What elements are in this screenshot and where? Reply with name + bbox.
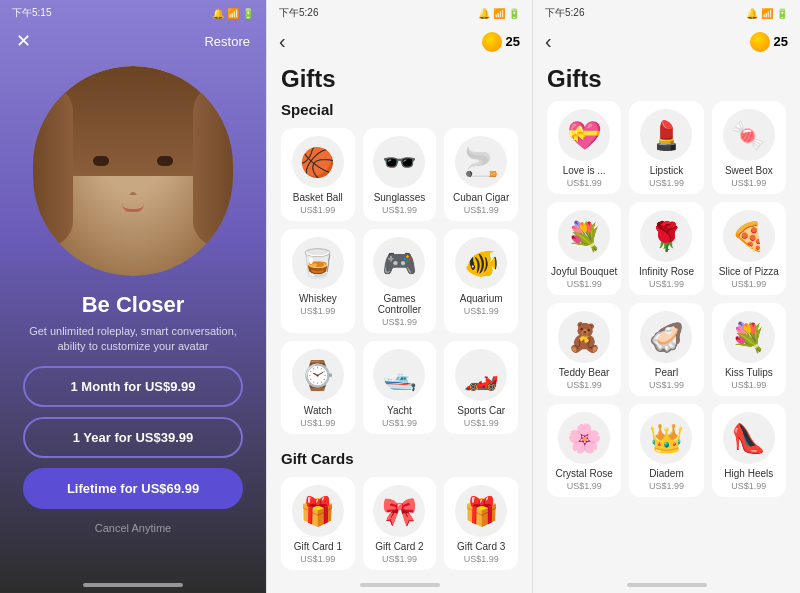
gift-icon: 🍕: [723, 210, 775, 262]
avatar: [33, 66, 233, 276]
gifts-scroll-3[interactable]: 💝 Love is ... US$1.99 💄 Lipstick US$1.99…: [533, 101, 800, 577]
gift-icon: 🏎️: [455, 349, 507, 401]
gift-item[interactable]: 🧸 Teddy Bear US$1.99: [547, 303, 621, 396]
gift-item[interactable]: 🏀 Basket Ball US$1.99: [281, 128, 355, 221]
gift-price: US$1.99: [649, 279, 684, 289]
gift-price: US$1.99: [464, 306, 499, 316]
gift-item[interactable]: 🐠 Aquarium US$1.99: [444, 229, 518, 333]
gift-item[interactable]: 👠 High Heels US$1.99: [712, 404, 786, 497]
gift-name: High Heels: [724, 468, 773, 479]
gift-name: Sports Car: [457, 405, 505, 416]
giftcard-icon: 🎀: [373, 485, 425, 537]
gifts-nav-3: ‹ 25: [533, 26, 800, 61]
gift-price: US$1.99: [464, 418, 499, 428]
gift-price: US$1.99: [567, 279, 602, 289]
coin-count-3: 25: [774, 34, 788, 49]
status-icons-2: 🔔 📶 🔋: [478, 8, 520, 19]
gift-item[interactable]: 🎮 Games Controller US$1.99: [363, 229, 437, 333]
gift-price: US$1.99: [731, 380, 766, 390]
gift-price: US$1.99: [382, 205, 417, 215]
gift-price: US$1.99: [567, 481, 602, 491]
restore-button[interactable]: Restore: [204, 34, 250, 49]
home-bar-1: [83, 583, 183, 587]
gift-item[interactable]: 🥃 Whiskey US$1.99: [281, 229, 355, 333]
gift-item[interactable]: ⌚ Watch US$1.99: [281, 341, 355, 434]
gift-item[interactable]: 🌸 Crystal Rose US$1.99: [547, 404, 621, 497]
panel-subscription: 下午5:15 🔔 📶 🔋 ✕ Restore Be Closer Get unl…: [0, 0, 266, 593]
close-button[interactable]: ✕: [16, 30, 31, 52]
gift-price: US$1.99: [300, 205, 335, 215]
giftcard-item[interactable]: 🎀 Gift Card 2 US$1.99: [363, 477, 437, 570]
subscription-subtitle: Get unlimited roleplay, smart conversati…: [0, 318, 266, 361]
status-icons-3: 🔔 📶 🔋: [746, 8, 788, 19]
cancel-anytime-label: Cancel Anytime: [95, 522, 171, 534]
back-button-3[interactable]: ‹: [545, 30, 552, 53]
gift-price: US$1.99: [567, 178, 602, 188]
gift-price: US$1.99: [464, 205, 499, 215]
gift-item[interactable]: 💐 Kiss Tulips US$1.99: [712, 303, 786, 396]
status-icons-1: 🔔 📶 🔋: [212, 8, 254, 19]
gift-icon: 👠: [723, 412, 775, 464]
status-bar-3: 下午5:26 🔔 📶 🔋: [533, 0, 800, 26]
gift-item[interactable]: 🌹 Infinity Rose US$1.99: [629, 202, 703, 295]
gift-price: US$1.99: [649, 481, 684, 491]
gift-price: US$1.99: [382, 418, 417, 428]
gift-name: Whiskey: [299, 293, 337, 304]
gift-item[interactable]: 🕶️ Sunglasses US$1.99: [363, 128, 437, 221]
gift-item[interactable]: 🚬 Cuban Cigar US$1.99: [444, 128, 518, 221]
gift-icon: 🦪: [640, 311, 692, 363]
back-button-2[interactable]: ‹: [279, 30, 286, 53]
gift-icon: 💐: [558, 210, 610, 262]
gift-price: US$1.99: [649, 380, 684, 390]
gift-price: US$1.99: [731, 481, 766, 491]
gift-item[interactable]: 🏎️ Sports Car US$1.99: [444, 341, 518, 434]
gift-item[interactable]: 💐 Joyful Bouquet US$1.99: [547, 202, 621, 295]
gift-item[interactable]: 💝 Love is ... US$1.99: [547, 101, 621, 194]
gift-item[interactable]: 🦪 Pearl US$1.99: [629, 303, 703, 396]
plan-year-button[interactable]: 1 Year for US$39.99: [23, 417, 243, 458]
gift-name: Diadem: [649, 468, 683, 479]
gift-price: US$1.99: [649, 178, 684, 188]
section-giftcards-label: Gift Cards: [281, 450, 518, 467]
gift-name: Slice of Pizza: [719, 266, 779, 277]
gifts-nav-2: ‹ 25: [267, 26, 532, 61]
avatar-nose: [129, 181, 137, 195]
gift-price: US$1.99: [567, 380, 602, 390]
gift-item[interactable]: 💄 Lipstick US$1.99: [629, 101, 703, 194]
status-bar-2: 下午5:26 🔔 📶 🔋: [267, 0, 532, 26]
gift-icon: 🧸: [558, 311, 610, 363]
gift-name: Watch: [304, 405, 332, 416]
status-time-1: 下午5:15: [12, 6, 51, 20]
gift-icon: 🛥️: [373, 349, 425, 401]
panel-gifts-list: 下午5:26 🔔 📶 🔋 ‹ 25 Gifts Special 🏀 Basket…: [266, 0, 533, 593]
avatar-face: [33, 66, 233, 276]
gift-name: Teddy Bear: [559, 367, 610, 378]
plan-lifetime-button[interactable]: Lifetime for US$69.99: [23, 468, 243, 509]
page-title-2: Gifts: [267, 61, 532, 101]
gift-price: US$1.99: [731, 279, 766, 289]
gift-price: US$1.99: [300, 306, 335, 316]
gift-icon: 💝: [558, 109, 610, 161]
avatar-eye-left: [93, 156, 109, 166]
gift-item[interactable]: 🛥️ Yacht US$1.99: [363, 341, 437, 434]
gift-item[interactable]: 👑 Diadem US$1.99: [629, 404, 703, 497]
gift-item[interactable]: 🍬 Sweet Box US$1.99: [712, 101, 786, 194]
giftcard-item[interactable]: 🎁 Gift Card 1 US$1.99: [281, 477, 355, 570]
gift-icon: 🏀: [292, 136, 344, 188]
plan-month-button[interactable]: 1 Month for US$9.99: [23, 366, 243, 407]
giftcard-name: Gift Card 3: [457, 541, 505, 552]
gift-name: Infinity Rose: [639, 266, 694, 277]
gift-icon: 💄: [640, 109, 692, 161]
gifts-scroll-2[interactable]: Special 🏀 Basket Ball US$1.99 🕶️ Sunglas…: [267, 101, 532, 577]
gift-icon: 💐: [723, 311, 775, 363]
giftcard-item[interactable]: 🎁 Gift Card 3 US$1.99: [444, 477, 518, 570]
gift-item[interactable]: 🍕 Slice of Pizza US$1.99: [712, 202, 786, 295]
gift-icon: 🚬: [455, 136, 507, 188]
avatar-hair-left: [33, 86, 73, 246]
avatar-hair-right: [193, 86, 233, 246]
gift-name: Pearl: [655, 367, 678, 378]
gift-name: Kiss Tulips: [725, 367, 773, 378]
coin-balance-3: 25: [750, 32, 788, 52]
gift-name: Love is ...: [563, 165, 606, 176]
gift-name: Sunglasses: [374, 192, 426, 203]
